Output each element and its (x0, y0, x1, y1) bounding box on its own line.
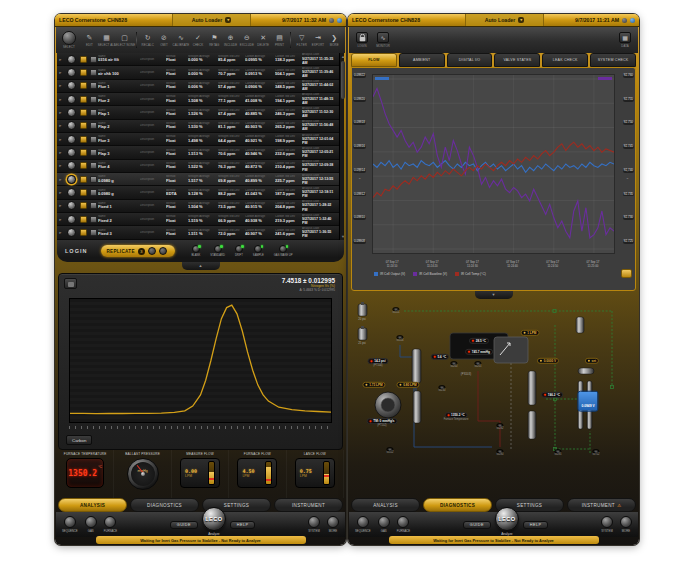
analog-dial[interactable]: mmHg (127, 458, 159, 490)
indicator-standard[interactable]: STANDARD (210, 245, 225, 257)
knob-icon[interactable] (85, 516, 97, 528)
help-icon[interactable] (337, 18, 342, 23)
toolbar-button-recalc[interactable]: ↻RECALC (140, 34, 155, 47)
toolbar-button-print[interactable]: ▤PRINT (272, 34, 287, 47)
valve-sv285[interactable]: sv285 (554, 449, 561, 456)
table-row[interactable]: ▸NameFixed 1DescriptionMethodFloatNitrog… (57, 200, 339, 213)
row-select-sphere[interactable] (64, 95, 78, 104)
toolbar-button-filter[interactable]: ▽FILTER (294, 34, 309, 47)
help-icon[interactable] (630, 18, 635, 23)
guide-button[interactable]: GUIDE (463, 521, 491, 529)
tab-analysis[interactable]: ANALYSIS (351, 498, 420, 512)
vial-icon[interactable] (80, 189, 87, 196)
element-tab-carbon[interactable]: Carbon (66, 435, 92, 445)
table-row[interactable]: ▸Name0.0980 gDescriptionMethodEDTANitrog… (57, 186, 339, 199)
row-select-sphere[interactable] (64, 175, 78, 184)
knob-icon[interactable] (601, 516, 613, 528)
flag-icon[interactable] (90, 202, 97, 209)
row-chevron-icon[interactable]: ▸ (57, 70, 64, 75)
logo-circle[interactable]: LECO (202, 507, 226, 531)
table-row[interactable]: ▸Name0.0980 gDescriptionMethodFloatNitro… (57, 173, 339, 186)
tab-leak-check[interactable]: LEAK CHECK (542, 53, 588, 67)
row-chevron-icon[interactable]: ▸ (57, 203, 64, 208)
vial-icon[interactable] (80, 216, 87, 223)
knob-system[interactable]: SYSTEM (601, 516, 613, 533)
snapshot-icon[interactable] (64, 278, 77, 289)
row-select-sphere[interactable] (64, 161, 78, 170)
tab-instrument[interactable]: INSTRUMENT (274, 498, 343, 512)
tab-ambient[interactable]: AMBIENT (399, 53, 445, 67)
table-row[interactable]: ▸NameFixed 2DescriptionMethodFloatNitrog… (57, 213, 339, 226)
toolbar-button-select-all[interactable]: ▦SELECT ALL (98, 34, 115, 47)
knob-gas[interactable]: GAS (85, 516, 97, 533)
knob-icon[interactable] (397, 516, 409, 528)
flag-icon[interactable] (90, 56, 97, 63)
knob-icon[interactable] (104, 516, 116, 528)
flag-icon[interactable] (90, 96, 97, 103)
row-chevron-icon[interactable]: ▸ (57, 110, 64, 115)
knob-system[interactable]: SYSTEM (308, 516, 320, 533)
row-select-sphere[interactable] (64, 228, 78, 237)
flag-icon[interactable] (90, 82, 97, 89)
indicator-gas-wake-up[interactable]: GAS WAKE UP (274, 245, 293, 257)
vial-icon[interactable] (80, 149, 87, 156)
knob-icon[interactable] (357, 516, 369, 528)
tab-flow[interactable]: FLOW (351, 53, 397, 67)
monitor-button[interactable]: ∿ MONITOR (373, 32, 393, 48)
valve-sv102[interactable]: sv102 (386, 447, 393, 454)
toolbar-button-more[interactable]: ❯MORE (327, 34, 342, 47)
select-knob[interactable] (62, 31, 76, 45)
knob-icon[interactable] (327, 516, 339, 528)
flag-icon[interactable] (90, 162, 97, 169)
indicator-knob[interactable] (279, 245, 287, 253)
knob-gas[interactable]: GAS (378, 516, 390, 533)
valve-sv280[interactable]: sv280 (496, 449, 503, 456)
toolbar-button-retag[interactable]: ⚑RETAG (207, 34, 222, 47)
scroll-thumb[interactable] (341, 61, 345, 99)
valve-sv230[interactable]: sv230 (438, 385, 445, 392)
vial-icon[interactable] (80, 109, 87, 116)
scroll-up-icon[interactable]: ▲ (340, 53, 346, 60)
scroll-down-icon[interactable]: ▼ (340, 233, 346, 240)
vial-icon[interactable] (80, 162, 87, 169)
row-chevron-icon[interactable]: ▸ (57, 137, 64, 142)
data-button[interactable]: ▦ DATA (615, 32, 635, 48)
gear-icon[interactable] (329, 18, 334, 23)
flag-icon[interactable] (90, 149, 97, 156)
row-chevron-icon[interactable]: ▸ (57, 57, 64, 62)
row-chevron-icon[interactable]: ▸ (57, 177, 64, 182)
select-button[interactable]: SELECT (59, 31, 79, 49)
tab-diagnostics[interactable]: DIAGNOSTICS (130, 498, 199, 512)
tab-digital-i-o[interactable]: DIGITAL I/O (447, 53, 493, 67)
knob-icon[interactable] (378, 516, 390, 528)
row-chevron-icon[interactable]: ▸ (57, 83, 64, 88)
table-row[interactable]: ▸NameFlue 1DescriptionMethodFloatNitroge… (57, 80, 339, 93)
replicate-prev-button[interactable] (148, 247, 156, 255)
tab-diagnostics[interactable]: DIAGNOSTICS (423, 498, 492, 512)
collapse-handle[interactable]: ▲ (182, 262, 220, 270)
knob-icon[interactable] (64, 516, 76, 528)
vial-icon[interactable] (80, 96, 87, 103)
toolbar-button-export[interactable]: ⇥EXPORT (310, 34, 325, 47)
toolbar-button-include[interactable]: ⊕INCLUDE (223, 34, 238, 47)
vial-icon[interactable] (80, 136, 87, 143)
indicator-sample[interactable]: SAMPLE (253, 245, 264, 257)
chart-options-button[interactable] (621, 269, 632, 278)
table-scrollbar[interactable]: ▲ ▼ (339, 53, 344, 240)
valve-sv260[interactable]: sv260 (450, 361, 457, 368)
row-select-sphere[interactable] (64, 108, 78, 117)
gear-icon[interactable] (622, 18, 627, 23)
vial-icon[interactable] (80, 82, 87, 89)
toolbar-button-exclude[interactable]: ⊖EXCLUDE (239, 34, 254, 47)
knob-icon[interactable] (620, 516, 632, 528)
valve-sv104[interactable]: sv104 (396, 335, 403, 342)
help-button[interactable]: HELP (230, 521, 256, 529)
knob-icon[interactable] (308, 516, 320, 528)
toolbar-button-calibrate[interactable]: ∿CALIBRATE (173, 34, 190, 47)
flag-icon[interactable] (90, 109, 97, 116)
vial-icon[interactable] (80, 69, 87, 76)
tab-analysis[interactable]: ANALYSIS (58, 498, 127, 512)
login-button[interactable]: LOGIN (352, 32, 372, 48)
flag-icon[interactable] (90, 136, 97, 143)
tab-instrument[interactable]: INSTRUMENT⚠ (567, 498, 636, 512)
